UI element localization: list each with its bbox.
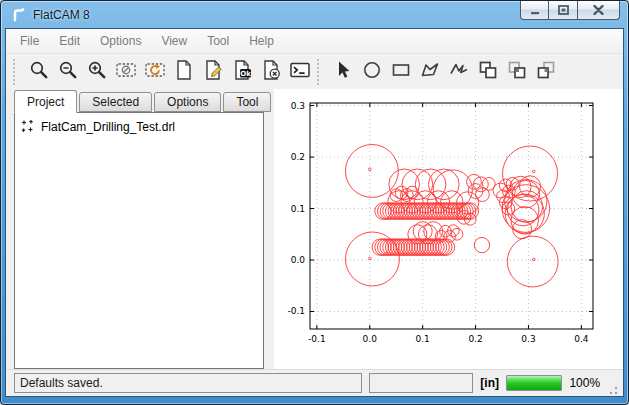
select-pointer-icon (332, 59, 354, 85)
svg-text:0.0: 0.0 (363, 334, 378, 344)
left-pane: ProjectSelectedOptionsTool (6, 89, 264, 369)
delete-file-button[interactable] (256, 57, 285, 86)
units-label: [in] (480, 376, 499, 390)
draw-polyline-button[interactable] (444, 57, 473, 86)
window-controls (520, 1, 620, 20)
shape-union-button[interactable] (473, 57, 502, 86)
minimize-button[interactable] (520, 1, 549, 20)
draw-rectangle-icon (390, 59, 412, 85)
menu-edit[interactable]: Edit (49, 30, 90, 52)
svg-text:0.0: 0.0 (291, 255, 306, 265)
new-file-icon (173, 59, 195, 85)
ok-file-button[interactable]: Ok (227, 57, 256, 86)
project-tree[interactable]: FlatCam_Drilling_Test.drl (14, 112, 264, 369)
svg-text:0.1: 0.1 (291, 204, 305, 214)
zoom-in-button[interactable] (82, 57, 111, 86)
menu-file[interactable]: File (10, 30, 49, 52)
flatcam-logo-icon (10, 6, 27, 23)
tab-selected[interactable]: Selected (79, 92, 152, 112)
draw-polyline-icon (448, 59, 470, 85)
tab-bar: ProjectSelectedOptionsTool (14, 89, 264, 112)
shell-button[interactable] (285, 57, 314, 86)
new-file-button[interactable] (169, 57, 198, 86)
tree-item-label: FlatCam_Drilling_Test.drl (41, 120, 175, 134)
maximize-button[interactable] (549, 1, 578, 20)
edit-file-button[interactable] (198, 57, 227, 86)
svg-text:-0.1: -0.1 (308, 334, 326, 344)
tab-tool[interactable]: Tool (223, 92, 271, 112)
toolbar: Ok (6, 53, 623, 89)
progress-percent: 100% (569, 376, 600, 390)
pane-splitter[interactable] (264, 89, 274, 369)
shape-subtract-button[interactable] (531, 57, 560, 86)
shape-intersection-icon (506, 59, 528, 85)
flatcam-window: FlatCAM 8 FileEditOptionsViewToolHelp Ok… (0, 0, 629, 405)
tree-item-drill-file[interactable]: FlatCam_Drilling_Test.drl (17, 117, 261, 137)
status-secondary (369, 373, 473, 393)
resize-grip[interactable] (607, 384, 619, 396)
svg-text:0.3: 0.3 (291, 101, 305, 111)
edit-file-icon (202, 59, 224, 85)
shape-intersection-button[interactable] (502, 57, 531, 86)
menu-view[interactable]: View (151, 30, 197, 52)
menu-tool[interactable]: Tool (197, 30, 239, 52)
svg-text:Ok: Ok (240, 69, 251, 77)
zoom-in-icon (86, 59, 108, 85)
svg-text:0.2: 0.2 (468, 334, 482, 344)
draw-rectangle-button[interactable] (386, 57, 415, 86)
zoom-fit-button[interactable] (24, 57, 53, 86)
tab-options[interactable]: Options (154, 92, 221, 112)
replot-button[interactable] (140, 57, 169, 86)
draw-circle-button[interactable] (357, 57, 386, 86)
toolbar-drag-handle[interactable] (317, 59, 324, 85)
plot-canvas[interactable]: -0.10.00.10.20.30.4-0.10.00.10.20.3 (274, 89, 623, 369)
clear-plot-button[interactable] (111, 57, 140, 86)
ok-file-icon: Ok (231, 59, 253, 85)
zoom-fit-icon (28, 59, 50, 85)
window-title: FlatCAM 8 (33, 8, 90, 22)
drill-marks-icon (20, 119, 36, 135)
titlebar[interactable]: FlatCAM 8 (1, 1, 628, 28)
status-message: Defaults saved. (14, 373, 362, 393)
menubar: FileEditOptionsViewToolHelp (6, 29, 623, 53)
shell-icon (289, 59, 311, 85)
statusbar: Defaults saved. [in] 100% (6, 369, 623, 396)
drill-plot[interactable]: -0.10.00.10.20.30.4-0.10.00.10.20.3 (274, 89, 623, 369)
draw-polygon-button[interactable] (415, 57, 444, 86)
shape-union-icon (477, 59, 499, 85)
svg-text:-0.1: -0.1 (287, 306, 305, 316)
delete-file-icon (260, 59, 282, 85)
select-pointer-button[interactable] (328, 57, 357, 86)
replot-icon (144, 59, 166, 85)
draw-circle-icon (361, 59, 383, 85)
zoom-out-icon (57, 59, 79, 85)
svg-text:0.1: 0.1 (416, 334, 430, 344)
menu-help[interactable]: Help (239, 30, 284, 52)
svg-text:0.4: 0.4 (574, 334, 589, 344)
shape-subtract-icon (535, 59, 557, 85)
toolbar-drag-handle[interactable] (13, 59, 20, 85)
clear-plot-icon (115, 59, 137, 85)
zoom-out-button[interactable] (53, 57, 82, 86)
progress-bar (506, 375, 562, 391)
content-area: ProjectSelectedOptionsTool (6, 89, 623, 369)
svg-text:0.2: 0.2 (291, 152, 305, 162)
draw-polygon-icon (419, 59, 441, 85)
client-area: FileEditOptionsViewToolHelp Ok ProjectSe… (5, 28, 624, 397)
progress-bar-fill (507, 376, 561, 390)
svg-text:0.3: 0.3 (521, 334, 535, 344)
tab-project[interactable]: Project (14, 90, 77, 113)
close-button[interactable] (578, 1, 620, 20)
menu-options[interactable]: Options (90, 30, 151, 52)
